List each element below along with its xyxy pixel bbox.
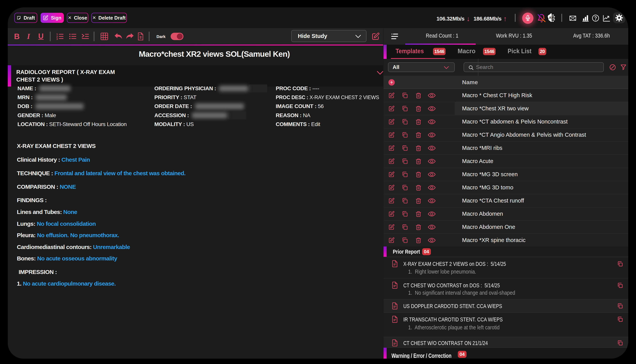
svg-text:AI: AI [549,16,552,20]
svg-text:*: * [139,34,140,36]
svg-text:3: 3 [56,38,58,40]
